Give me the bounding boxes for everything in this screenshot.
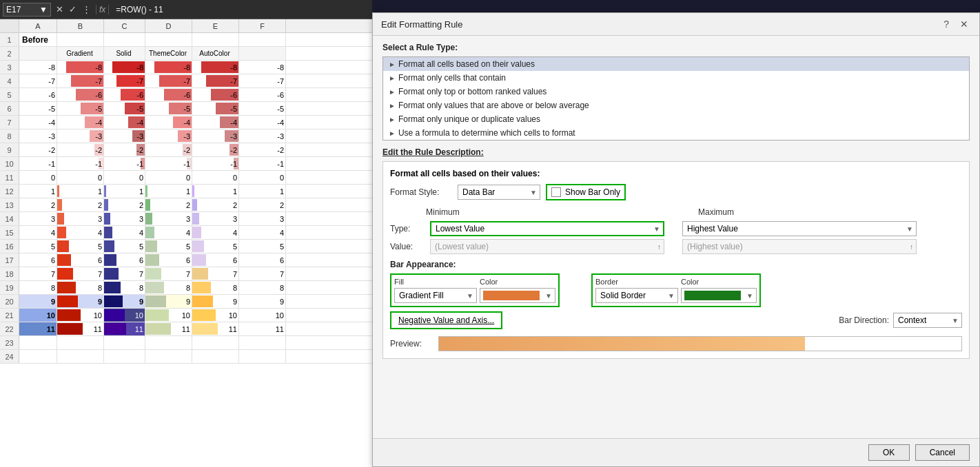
cell-d2[interactable]: Solid bbox=[104, 47, 145, 60]
cell-e10[interactable]: -1 bbox=[145, 157, 192, 170]
format-style-dropdown[interactable]: Data Bar ▼ bbox=[458, 185, 540, 200]
cell-c11[interactable]: 0 bbox=[57, 171, 104, 184]
cell-d23[interactable] bbox=[104, 336, 145, 349]
cell-c1[interactable] bbox=[57, 33, 104, 46]
cell-g14[interactable]: 3 bbox=[239, 212, 286, 225]
cell-c18[interactable]: 7 bbox=[57, 267, 104, 280]
cell-d20[interactable]: 9 bbox=[104, 295, 145, 308]
cell-e20[interactable]: 9 bbox=[145, 295, 192, 308]
cell-d7[interactable]: -4 bbox=[104, 116, 145, 129]
col-header-f[interactable]: E bbox=[192, 19, 239, 32]
cell-g19[interactable]: 8 bbox=[239, 281, 286, 294]
cell-e11[interactable]: 0 bbox=[145, 171, 192, 184]
col-header-e[interactable]: D bbox=[145, 19, 192, 32]
cell-c23[interactable] bbox=[57, 336, 104, 349]
cell-e7[interactable]: -4 bbox=[145, 116, 192, 129]
cell-g6[interactable]: -5 bbox=[239, 102, 286, 115]
cell-d6[interactable]: -5 bbox=[104, 102, 145, 115]
cell-c9[interactable]: -2 bbox=[57, 143, 104, 156]
cell-b19[interactable]: 8 bbox=[19, 281, 57, 294]
cell-e9[interactable]: -2 bbox=[145, 143, 192, 156]
cancel-icon[interactable]: ✕ bbox=[54, 4, 65, 14]
cell-b18[interactable]: 7 bbox=[19, 267, 57, 280]
cell-g20[interactable]: 9 bbox=[239, 295, 286, 308]
cell-c19[interactable]: 8 bbox=[57, 281, 104, 294]
cell-d15[interactable]: 4 bbox=[104, 226, 145, 239]
cell-c13[interactable]: 2 bbox=[57, 198, 104, 211]
cell-b24[interactable] bbox=[19, 350, 57, 363]
max-type-dropdown[interactable]: Highest Value ▼ bbox=[682, 221, 917, 236]
cell-b2[interactable] bbox=[19, 47, 57, 60]
negative-value-button[interactable]: Negative Value and Axis... bbox=[390, 311, 502, 329]
cell-d16[interactable]: 5 bbox=[104, 240, 145, 253]
rule-type-item-1[interactable]: ► Format all cells based on their values bbox=[383, 57, 969, 71]
cell-f11[interactable]: 0 bbox=[192, 171, 239, 184]
rule-type-item-4[interactable]: ► Format only values that are above or b… bbox=[383, 98, 969, 112]
cell-c4[interactable]: -7 bbox=[57, 74, 104, 87]
cell-e3[interactable]: -8 bbox=[145, 61, 192, 74]
cell-d24[interactable] bbox=[104, 350, 145, 363]
col-header-g[interactable]: F bbox=[239, 19, 286, 32]
col-header-d[interactable]: C bbox=[104, 19, 145, 32]
border-style-dropdown[interactable]: Solid Border ▼ bbox=[595, 288, 678, 303]
cell-b11[interactable]: 0 bbox=[19, 171, 57, 184]
cell-c24[interactable] bbox=[57, 350, 104, 363]
cell-d11[interactable]: 0 bbox=[104, 171, 145, 184]
cell-c20[interactable]: 9 bbox=[57, 295, 104, 308]
cell-e15[interactable]: 4 bbox=[145, 226, 192, 239]
min-value-field[interactable]: (Lowest value) ↑ bbox=[430, 239, 664, 254]
cell-g12[interactable]: 1 bbox=[239, 185, 286, 198]
cell-g3[interactable]: -8 bbox=[239, 61, 286, 74]
cell-f17[interactable]: 6 bbox=[192, 253, 239, 267]
cell-e21[interactable]: 10 bbox=[145, 309, 192, 322]
cell-c15[interactable]: 4 bbox=[57, 226, 104, 239]
cell-b6[interactable]: -5 bbox=[19, 102, 57, 115]
rule-type-item-6[interactable]: ► Use a formula to determine which cells… bbox=[383, 126, 969, 140]
cell-b1[interactable]: Before bbox=[19, 33, 57, 46]
cell-g5[interactable]: -6 bbox=[239, 88, 286, 101]
cell-g18[interactable]: 7 bbox=[239, 267, 286, 280]
cell-f8[interactable]: -3 bbox=[192, 129, 239, 143]
cell-g21[interactable]: 10 bbox=[239, 309, 286, 322]
cell-f3[interactable]: -8 bbox=[192, 61, 239, 74]
fill-color-swatch[interactable]: ▼ bbox=[480, 288, 555, 303]
cell-e14[interactable]: 3 bbox=[145, 212, 192, 225]
cell-d4[interactable]: -7 bbox=[104, 74, 145, 87]
cell-f12[interactable]: 1 bbox=[192, 185, 239, 198]
cell-c22[interactable]: 11 bbox=[57, 322, 104, 335]
cell-f6[interactable]: -5 bbox=[192, 102, 239, 115]
cell-c21[interactable]: 10 bbox=[57, 309, 104, 322]
cell-e4[interactable]: -7 bbox=[145, 74, 192, 87]
cell-d13[interactable]: 2 bbox=[104, 198, 145, 211]
cell-g11[interactable]: 0 bbox=[239, 171, 286, 184]
cell-d17[interactable]: 6 bbox=[104, 253, 145, 267]
cell-d3[interactable]: -8 bbox=[104, 61, 145, 74]
cell-d5[interactable]: -6 bbox=[104, 88, 145, 101]
cell-f21[interactable]: 10 bbox=[192, 309, 239, 322]
cell-e2[interactable]: ThemeColor bbox=[145, 47, 192, 60]
cell-f14[interactable]: 3 bbox=[192, 212, 239, 225]
cell-g10[interactable]: -1 bbox=[239, 157, 286, 170]
cell-f23[interactable] bbox=[192, 336, 239, 349]
cell-f1[interactable] bbox=[192, 33, 239, 46]
cell-e6[interactable]: -5 bbox=[145, 102, 192, 115]
rule-type-item-3[interactable]: ► Format only top or bottom ranked value… bbox=[383, 85, 969, 98]
cell-b13[interactable]: 2 bbox=[19, 198, 57, 211]
cell-c3[interactable]: -8 bbox=[57, 61, 104, 74]
col-header-b[interactable]: A bbox=[19, 19, 57, 32]
cell-b5[interactable]: -6 bbox=[19, 88, 57, 101]
cell-f22[interactable]: 11 bbox=[192, 322, 239, 335]
cell-b12[interactable]: 1 bbox=[19, 185, 57, 198]
cell-c14[interactable]: 3 bbox=[57, 212, 104, 225]
cell-g17[interactable]: 6 bbox=[239, 253, 286, 267]
cell-c5[interactable]: -6 bbox=[57, 88, 104, 101]
cell-d21[interactable]: 10 bbox=[104, 309, 145, 322]
rule-type-item-5[interactable]: ► Format only unique or duplicate values bbox=[383, 112, 969, 126]
fill-style-dropdown[interactable]: Gradient Fill ▼ bbox=[394, 288, 477, 303]
cell-d14[interactable]: 3 bbox=[104, 212, 145, 225]
cell-c10[interactable]: -1 bbox=[57, 157, 104, 170]
cell-f15[interactable]: 4 bbox=[192, 226, 239, 239]
cell-b15[interactable]: 4 bbox=[19, 226, 57, 239]
cell-e18[interactable]: 7 bbox=[145, 267, 192, 280]
cell-e19[interactable]: 8 bbox=[145, 281, 192, 294]
